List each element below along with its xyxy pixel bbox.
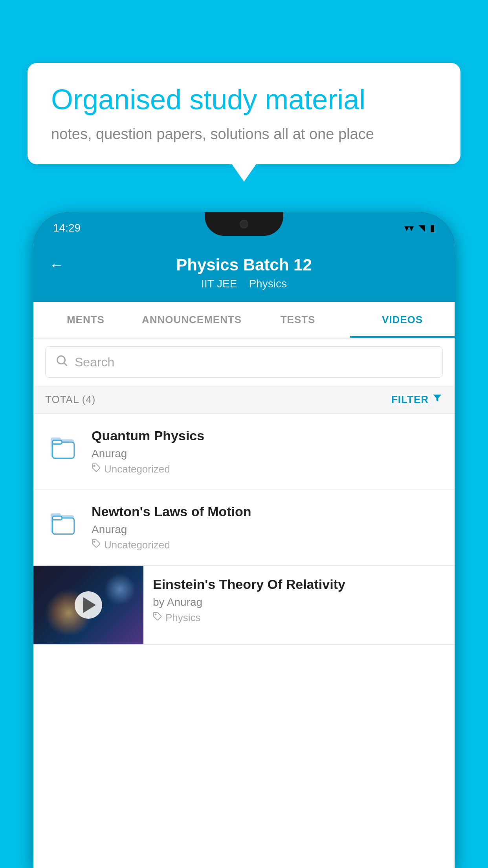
item-icon [45, 506, 81, 541]
wifi-icon: ▾▾ [404, 223, 414, 234]
header-subtitle: IIT JEE Physics [201, 278, 287, 290]
svg-rect-5 [53, 440, 62, 444]
item-author: by Anurag [153, 596, 445, 609]
list-item[interactable]: Quantum Physics Anurag Uncategorized [33, 414, 455, 490]
search-input[interactable]: Search [75, 355, 114, 370]
item-title: Quantum Physics [92, 428, 443, 443]
phone-notch [205, 212, 283, 236]
item-icon [45, 430, 81, 465]
tag-icon [92, 539, 101, 551]
back-button[interactable]: ← [49, 257, 64, 274]
item-tag: Uncategorized [92, 539, 443, 551]
subtitle-iitjee: IIT JEE [201, 278, 237, 290]
app-header: ← Physics Batch 12 IIT JEE Physics [33, 244, 455, 302]
filter-button[interactable]: FILTER [391, 393, 443, 406]
phone-frame: 14:29 ▾▾ ◥ ▮ ← Physics Batch 12 IIT JEE … [33, 212, 455, 868]
thumb-glow2 [104, 574, 136, 605]
item-tag: Uncategorized [92, 463, 443, 475]
app-title: Physics Batch 12 [49, 256, 439, 274]
tag-icon [92, 463, 101, 475]
item-title: Einstein's Theory Of Relativity [153, 577, 445, 592]
item-content: Quantum Physics Anurag Uncategorized [92, 428, 443, 475]
item-content: Newton's Laws of Motion Anurag Uncategor… [92, 504, 443, 551]
tabs-bar: MENTS ANNOUNCEMENTS TESTS VIDEOS [33, 302, 455, 338]
list-item[interactable]: Newton's Laws of Motion Anurag Uncategor… [33, 490, 455, 566]
search-bar-container: Search [33, 338, 455, 386]
item-author: Anurag [92, 523, 443, 536]
content-list: Quantum Physics Anurag Uncategorized [33, 414, 455, 645]
tab-ments[interactable]: MENTS [33, 302, 138, 338]
svg-point-6 [94, 465, 95, 467]
item-title: Newton's Laws of Motion [92, 504, 443, 519]
tag-icon [153, 612, 162, 624]
tab-videos[interactable]: VIDEOS [350, 302, 455, 338]
svg-point-11 [94, 541, 95, 542]
camera-dot [240, 220, 248, 228]
search-input-wrapper[interactable]: Search [45, 346, 443, 378]
item-tag: Physics [153, 612, 445, 624]
phone-screen: ← Physics Batch 12 IIT JEE Physics MENTS… [33, 244, 455, 868]
battery-icon: ▮ [430, 223, 435, 234]
signal-icon: ◥ [418, 223, 425, 233]
play-triangle-icon [83, 597, 96, 613]
thumb-image [33, 566, 143, 644]
bubble-subtitle: notes, question papers, solutions all at… [51, 126, 437, 143]
subtitle-physics: Physics [249, 278, 286, 290]
total-count: TOTAL (4) [45, 394, 95, 406]
bubble-title: Organised study material [51, 83, 437, 116]
play-button[interactable] [75, 591, 102, 619]
item-author: Anurag [92, 447, 443, 460]
list-item-thumb[interactable]: Einstein's Theory Of Relativity by Anura… [33, 566, 455, 645]
svg-point-12 [155, 614, 156, 615]
header-row: ← Physics Batch 12 [49, 256, 439, 274]
filter-icon [432, 393, 443, 406]
status-time: 14:29 [53, 222, 81, 234]
tab-announcements[interactable]: ANNOUNCEMENTS [138, 302, 246, 338]
speech-bubble: Organised study material notes, question… [28, 63, 460, 164]
search-icon [55, 354, 68, 370]
status-icons: ▾▾ ◥ ▮ [404, 223, 435, 234]
svg-line-1 [64, 363, 67, 366]
svg-rect-10 [53, 516, 62, 520]
thumb-content: Einstein's Theory Of Relativity by Anura… [143, 566, 455, 635]
filter-bar: TOTAL (4) FILTER [33, 386, 455, 414]
status-bar: 14:29 ▾▾ ◥ ▮ [33, 212, 455, 244]
tab-tests[interactable]: TESTS [246, 302, 350, 338]
